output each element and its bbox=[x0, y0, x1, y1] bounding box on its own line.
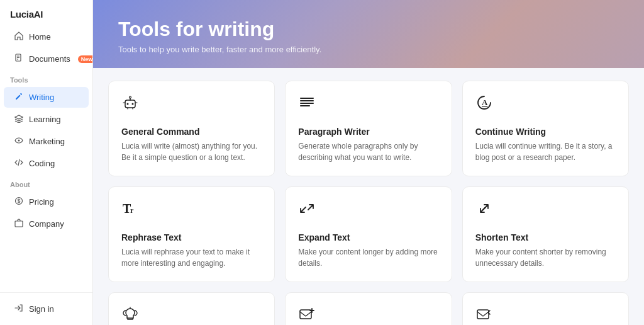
learning-icon bbox=[14, 114, 24, 125]
sidebar-item-label: Company bbox=[29, 219, 64, 229]
card-desc: Lucia will write (almost) anything for y… bbox=[121, 140, 262, 163]
new-badge: New bbox=[78, 55, 93, 63]
email-new-icon bbox=[298, 305, 438, 325]
tools-section-label: Tools bbox=[0, 70, 92, 86]
hero-title: Tools for writing bbox=[118, 18, 619, 41]
card-desc: Lucia will rephrase your text to make it… bbox=[121, 246, 262, 269]
svg-text:A: A bbox=[482, 98, 488, 107]
svg-point-6 bbox=[132, 103, 134, 105]
about-section-label: About bbox=[0, 174, 92, 191]
tool-card-write-new-email[interactable]: Write new Email Lucia will write a new e… bbox=[285, 292, 452, 325]
sidebar-item-label: Home bbox=[29, 32, 51, 42]
sidebar-item-label: Documents bbox=[29, 54, 70, 64]
writing-icon bbox=[14, 92, 24, 103]
hero-subtitle: Tools to help you write better, faster a… bbox=[118, 45, 619, 54]
marketing-icon bbox=[14, 136, 24, 147]
brain-icon bbox=[121, 305, 262, 325]
paragraph-icon bbox=[298, 94, 438, 120]
card-title: Continue Writing bbox=[475, 127, 616, 137]
svg-rect-4 bbox=[125, 100, 135, 108]
tool-card-continue-writing[interactable]: A Continue Writing Lucia will continue w… bbox=[462, 81, 629, 176]
main-content: Tools for writing Tools to help you writ… bbox=[93, 0, 644, 325]
card-desc: Lucia will continue writing. Be it a sto… bbox=[475, 140, 616, 163]
email-reply-icon bbox=[475, 305, 616, 325]
sidebar-item-pricing[interactable]: Pricing bbox=[4, 191, 89, 212]
tool-card-email-reply[interactable]: Email Reply Lucia will write a reply to … bbox=[462, 292, 629, 325]
sign-in-button[interactable]: Sign in bbox=[4, 299, 89, 319]
sidebar-item-label: Learning bbox=[29, 115, 61, 124]
sidebar: LuciaAI Home Documents New Tools Writing bbox=[0, 0, 93, 325]
signin-icon bbox=[14, 304, 24, 314]
sidebar-item-coding[interactable]: Coding bbox=[4, 153, 89, 174]
card-title: Paragraph Writer bbox=[298, 127, 438, 137]
tool-card-rephrase-text[interactable]: Tr Rephrase Text Lucia will rephrase you… bbox=[108, 186, 275, 282]
pricing-icon bbox=[14, 197, 24, 207]
sidebar-item-label: Marketing bbox=[29, 137, 65, 146]
hero-banner: Tools for writing Tools to help you writ… bbox=[93, 0, 644, 68]
sidebar-item-marketing[interactable]: Marketing bbox=[4, 131, 89, 152]
app-logo: LuciaAI bbox=[0, 0, 92, 26]
sidebar-item-home[interactable]: Home bbox=[4, 26, 89, 47]
rephrase-icon: Tr bbox=[121, 200, 262, 226]
svg-rect-12 bbox=[477, 310, 489, 319]
tool-card-expand-text[interactable]: Expand Text Make your content longer by … bbox=[285, 186, 452, 282]
card-title: Expand Text bbox=[298, 232, 438, 242]
documents-icon bbox=[14, 54, 24, 64]
svg-point-5 bbox=[127, 103, 129, 105]
svg-text:r: r bbox=[130, 206, 134, 215]
card-desc: Generate whole paragraphs only by descri… bbox=[298, 140, 438, 163]
sidebar-item-label: Writing bbox=[29, 93, 54, 102]
svg-rect-3 bbox=[15, 221, 23, 227]
sidebar-bottom: Sign in bbox=[0, 292, 92, 325]
tool-card-general-command[interactable]: General Command Lucia will write (almost… bbox=[108, 81, 275, 176]
card-title: Shorten Text bbox=[475, 232, 616, 242]
card-desc: Make your content longer by adding more … bbox=[298, 246, 438, 269]
expand-icon bbox=[298, 200, 438, 226]
tool-card-shorten-text[interactable]: Shorten Text Make your content shorter b… bbox=[462, 186, 629, 282]
card-desc: Make your content shorter by removing un… bbox=[475, 246, 616, 269]
coding-icon bbox=[14, 158, 24, 169]
sidebar-item-learning[interactable]: Learning bbox=[4, 109, 89, 130]
card-title: Rephrase Text bbox=[121, 232, 262, 242]
tool-card-sound-smarter[interactable]: Sound Smarter Make your writing sound mo… bbox=[108, 292, 275, 325]
sidebar-item-company[interactable]: Company bbox=[4, 214, 89, 234]
tool-card-paragraph-writer[interactable]: Paragraph Writer Generate whole paragrap… bbox=[285, 81, 452, 176]
svg-rect-11 bbox=[300, 310, 311, 319]
card-title: General Command bbox=[121, 127, 262, 137]
signin-label: Sign in bbox=[29, 304, 54, 314]
sidebar-item-label: Pricing bbox=[29, 197, 54, 207]
continue-icon: A bbox=[475, 94, 616, 120]
sidebar-item-label: Coding bbox=[29, 159, 55, 168]
shorten-icon bbox=[475, 200, 616, 226]
sidebar-item-documents[interactable]: Documents New bbox=[4, 48, 89, 69]
svg-point-7 bbox=[130, 96, 131, 98]
tools-grid: General Command Lucia will write (almost… bbox=[108, 81, 629, 325]
sidebar-item-writing[interactable]: Writing bbox=[4, 87, 89, 108]
robot-icon bbox=[121, 94, 262, 120]
company-icon bbox=[14, 219, 24, 229]
cards-area: General Command Lucia will write (almost… bbox=[93, 68, 644, 325]
svg-point-1 bbox=[18, 140, 20, 142]
home-icon bbox=[14, 31, 24, 42]
